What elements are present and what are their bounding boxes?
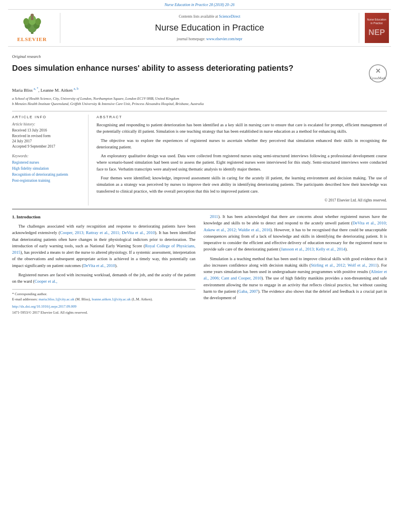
elsevier-text: ELSEVIER xyxy=(17,36,47,43)
email1-link[interactable]: maria.bliss.1@city.ac.uk xyxy=(39,297,74,301)
abstract-para-2: The objective was to explore the experie… xyxy=(97,138,387,151)
article-title-area: Does simulation enhance nurses' ability … xyxy=(12,63,387,82)
svg-point-5 xyxy=(23,18,29,25)
abstract-text: Recognising and responding to patient de… xyxy=(97,122,387,195)
ref-devita-askew[interactable]: DeVita et al., 2010; Askew et al., 2012;… xyxy=(204,221,387,232)
homepage-line: journal homepage: www.elsevier.com/nepr xyxy=(177,37,243,42)
keyword-1: Registered nurses xyxy=(12,160,82,166)
footnotes: * Corresponding author. E-mail addresses… xyxy=(12,289,195,316)
svg-point-7 xyxy=(31,14,34,17)
authors-line: Maria Bliss a, *, Leanne M. Aitken a, b xyxy=(12,86,387,93)
journal-cover-area: Nurse Education in Practice NEP xyxy=(359,13,391,43)
ref-cooper-2013[interactable]: Cooper, 2013; Rattray et al., 2011; DeVi… xyxy=(60,230,155,235)
received-date: Received 13 July 2016 xyxy=(12,128,82,133)
keyword-4: Post-registration training xyxy=(12,178,82,184)
section1-title: 1. Introduction xyxy=(12,214,195,220)
article-title: Does simulation enhance nurses' ability … xyxy=(12,63,293,73)
revised-date: Received in revised form Received in rev… xyxy=(12,134,82,144)
ref-jansson-kelly[interactable]: Jansson et al., 2013; Kelly et al., 2014 xyxy=(281,247,345,251)
main-content: Original research Does simulation enhanc… xyxy=(0,47,399,319)
elsevier-logo: ELSEVIER xyxy=(17,13,47,43)
email-note: E-mail addresses: maria.bliss.1@city.ac.… xyxy=(12,297,195,302)
journal-title: Nurse Education in Practice xyxy=(155,22,264,34)
ref-2011[interactable]: 2011 xyxy=(210,214,218,219)
journal-title-area: Contents lists available at ScienceDirec… xyxy=(60,13,359,43)
crossmark-label: CrossMark xyxy=(370,76,386,80)
keywords-section: Keywords: Registered nurses High fidelit… xyxy=(12,154,82,184)
doi-link[interactable]: http://dx.doi.org/10.1016/j.nepr.2017.09… xyxy=(12,304,76,308)
article-type: Original research xyxy=(12,54,387,60)
keywords-label: Keywords: xyxy=(12,154,82,159)
article-info-col: ARTICLE INFO Article history: Received 1… xyxy=(12,115,88,206)
body-section: 1. Introduction The challenges associate… xyxy=(12,214,387,319)
affiliations: a School of Health Science, City, Univer… xyxy=(12,96,387,107)
keyword-3: Recognition of deteriorating patients xyxy=(12,172,82,178)
corresponding-author-note: * Corresponding author. xyxy=(12,292,195,297)
ref-alinier-cant[interactable]: Alinier et al., 2006; Cant and Cooper, 2… xyxy=(204,269,387,280)
ref-gaba[interactable]: Gaba, 2007 xyxy=(239,289,258,294)
body-col1-para2: Registered nurses are faced with increas… xyxy=(12,272,195,285)
journal-header: ELSEVIER Contents lists available at Sci… xyxy=(8,9,391,47)
sciencedirect-link[interactable]: ScienceDirect xyxy=(219,14,240,18)
svg-rect-8 xyxy=(31,17,33,20)
journal-ref: Nurse Education in Practice 28 (2018) 20… xyxy=(0,0,399,9)
abstract-col: ABSTRACT Recognising and responding to p… xyxy=(97,115,387,206)
divider-1 xyxy=(12,111,387,111)
body-col-2: 2011). It has been acknowledged that the… xyxy=(204,214,387,315)
keyword-2: High fidelity simulation xyxy=(12,166,82,172)
abstract-para-1: Recognising and responding to patient de… xyxy=(97,122,387,135)
journal-cover-image: Nurse Education in Practice NEP xyxy=(365,13,389,43)
ref-cooper-et-al[interactable]: Cooper et al., xyxy=(35,279,58,283)
ref-stirling-wolf[interactable]: Stirling et al., 2012; Wolf et al., 2011 xyxy=(311,263,377,267)
svg-point-6 xyxy=(35,18,41,25)
divider-2 xyxy=(12,209,387,210)
doi-line: http://dx.doi.org/10.1016/j.nepr.2017.09… xyxy=(12,304,195,310)
abstract-para-3: An exploratory qualitative design was us… xyxy=(97,153,387,173)
copyright-line: © 2017 Elsevier Ltd. All rights reserved… xyxy=(97,198,387,203)
crossmark-badge: ✕ CrossMark xyxy=(369,64,387,82)
ref-devita-2010[interactable]: DeVita et al., 2010 xyxy=(83,263,115,268)
article-info-header: ARTICLE INFO xyxy=(12,115,82,120)
contents-available: Contents lists available at ScienceDirec… xyxy=(179,14,240,19)
accepted-date: Accepted 9 September 2017 xyxy=(12,144,82,149)
body-col2-para1: 2011). It has been acknowledged that the… xyxy=(204,214,387,253)
body-col2-para2: Simulation is a teaching method that has… xyxy=(204,256,387,302)
article-info-abstract: ARTICLE INFO Article history: Received 1… xyxy=(12,115,387,206)
elsevier-logo-area: ELSEVIER xyxy=(8,13,60,43)
ref-rcp-2015[interactable]: Royal College of Physicians, 2015 xyxy=(12,244,195,255)
issn-line: 1471-5953/© 2017 Elsevier Ltd. All right… xyxy=(12,310,195,316)
homepage-link[interactable]: www.elsevier.com/nepr xyxy=(206,37,243,41)
abstract-header: ABSTRACT xyxy=(97,115,387,120)
affiliation-a: a School of Health Science, City, Univer… xyxy=(12,96,387,102)
history-label: Article history: xyxy=(12,122,82,127)
body-col-1: 1. Introduction The challenges associate… xyxy=(12,214,195,315)
affiliation-b: b Menzies Health Institute Queensland, G… xyxy=(12,101,387,107)
elsevier-tree-icon xyxy=(18,13,46,35)
body-col1-para1: The challenges associated with early rec… xyxy=(12,223,195,269)
email2-link[interactable]: leanne.aitken.1@city.ac.uk xyxy=(92,297,131,301)
abstract-para-4: Four themes were identified; knowledge, … xyxy=(97,175,387,195)
